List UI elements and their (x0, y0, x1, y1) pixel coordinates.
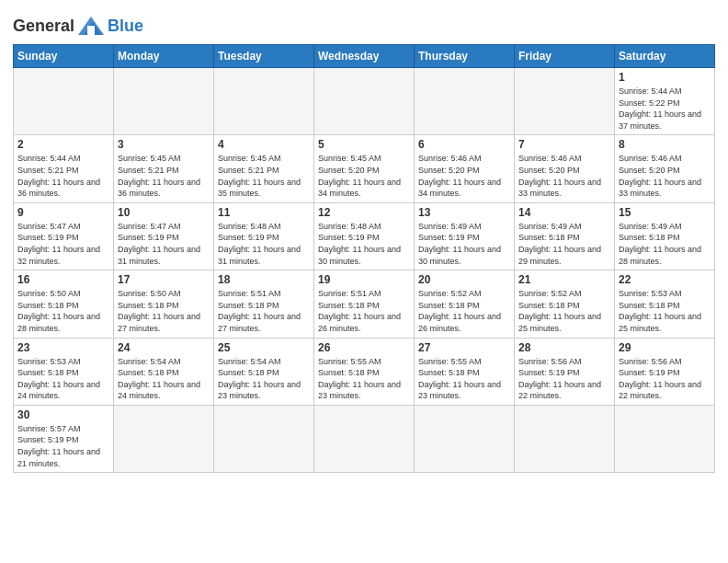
cell-sunset: Sunset: 5:21 PM (218, 166, 279, 175)
cell-date-number: 27 (418, 341, 510, 354)
calendar-cell: 21Sunrise: 5:52 AMSunset: 5:18 PMDayligh… (515, 270, 615, 338)
calendar-week-row: 1Sunrise: 5:44 AMSunset: 5:22 PMDaylight… (14, 68, 715, 135)
calendar-cell (214, 68, 314, 135)
cell-daylight: Daylight: 11 hours and 30 minutes. (418, 245, 501, 266)
cell-daylight: Daylight: 11 hours and 28 minutes. (619, 245, 701, 266)
cell-sun-info: Sunrise: 5:45 AMSunset: 5:20 PMDaylight:… (318, 153, 410, 199)
calendar-cell (114, 405, 214, 472)
cell-sunrise: Sunrise: 5:49 AM (518, 222, 582, 231)
calendar-cell: 1Sunrise: 5:44 AMSunset: 5:22 PMDaylight… (615, 68, 715, 135)
calendar-cell: 22Sunrise: 5:53 AMSunset: 5:18 PMDayligh… (615, 270, 715, 338)
cell-date-number: 2 (17, 138, 109, 151)
cell-sun-info: Sunrise: 5:56 AMSunset: 5:19 PMDaylight:… (619, 356, 711, 402)
cell-sunset: Sunset: 5:18 PM (518, 233, 580, 242)
cell-sunrise: Sunrise: 5:45 AM (218, 154, 281, 163)
cell-sunset: Sunset: 5:18 PM (619, 301, 680, 310)
cell-sun-info: Sunrise: 5:48 AMSunset: 5:19 PMDaylight:… (218, 221, 310, 267)
cell-sunset: Sunset: 5:18 PM (17, 368, 79, 377)
cell-sunset: Sunset: 5:20 PM (318, 166, 380, 175)
cell-daylight: Daylight: 11 hours and 22 minutes. (619, 380, 701, 401)
calendar-cell (515, 405, 615, 472)
cell-sun-info: Sunrise: 5:47 AMSunset: 5:19 PMDaylight:… (118, 221, 210, 267)
calendar-cell: 4Sunrise: 5:45 AMSunset: 5:21 PMDaylight… (214, 135, 314, 202)
calendar-cell: 18Sunrise: 5:51 AMSunset: 5:18 PMDayligh… (214, 270, 314, 338)
calendar-cell (415, 405, 515, 472)
cell-sunset: Sunset: 5:18 PM (318, 368, 380, 377)
cell-date-number: 14 (518, 206, 610, 219)
calendar-cell (415, 68, 515, 135)
header-sunday: Sunday (14, 45, 114, 68)
calendar-cell (314, 68, 415, 135)
cell-sunrise: Sunrise: 5:57 AM (17, 424, 81, 433)
cell-sunrise: Sunrise: 5:56 AM (518, 357, 582, 366)
cell-sunrise: Sunrise: 5:50 AM (17, 289, 81, 298)
cell-sunset: Sunset: 5:19 PM (218, 233, 279, 242)
cell-date-number: 19 (318, 273, 410, 286)
cell-sunrise: Sunrise: 5:50 AM (118, 289, 181, 298)
calendar-cell: 6Sunrise: 5:46 AMSunset: 5:20 PMDaylight… (415, 135, 515, 202)
logo-general: General (13, 17, 74, 35)
cell-sunset: Sunset: 5:18 PM (619, 233, 680, 242)
cell-sunset: Sunset: 5:18 PM (418, 368, 480, 377)
calendar-cell (214, 405, 314, 472)
cell-sunset: Sunset: 5:18 PM (518, 301, 580, 310)
cell-date-number: 12 (318, 206, 410, 219)
cell-sun-info: Sunrise: 5:56 AMSunset: 5:19 PMDaylight:… (518, 356, 610, 402)
calendar-cell (314, 405, 415, 472)
cell-date-number: 22 (619, 273, 711, 286)
calendar-cell (515, 68, 615, 135)
cell-daylight: Daylight: 11 hours and 30 minutes. (318, 245, 401, 266)
cell-daylight: Daylight: 11 hours and 27 minutes. (218, 312, 301, 333)
cell-daylight: Daylight: 11 hours and 23 minutes. (418, 380, 501, 401)
calendar-week-row: 23Sunrise: 5:53 AMSunset: 5:18 PMDayligh… (14, 338, 715, 405)
cell-date-number: 28 (518, 341, 610, 354)
cell-sun-info: Sunrise: 5:51 AMSunset: 5:18 PMDaylight:… (318, 288, 410, 334)
cell-sunset: Sunset: 5:19 PM (17, 435, 79, 444)
calendar-cell: 30Sunrise: 5:57 AMSunset: 5:19 PMDayligh… (14, 405, 114, 472)
cell-sun-info: Sunrise: 5:45 AMSunset: 5:21 PMDaylight:… (218, 153, 310, 199)
cell-sunset: Sunset: 5:20 PM (418, 166, 480, 175)
cell-sunset: Sunset: 5:18 PM (118, 301, 179, 310)
cell-daylight: Daylight: 11 hours and 31 minutes. (118, 245, 200, 266)
cell-sunset: Sunset: 5:18 PM (418, 301, 480, 310)
cell-sun-info: Sunrise: 5:49 AMSunset: 5:19 PMDaylight:… (418, 221, 510, 267)
cell-sunrise: Sunrise: 5:48 AM (318, 222, 381, 231)
cell-sunrise: Sunrise: 5:54 AM (218, 357, 281, 366)
cell-date-number: 21 (518, 273, 610, 286)
calendar-cell: 23Sunrise: 5:53 AMSunset: 5:18 PMDayligh… (14, 338, 114, 405)
cell-sun-info: Sunrise: 5:54 AMSunset: 5:18 PMDaylight:… (218, 356, 310, 402)
cell-sun-info: Sunrise: 5:53 AMSunset: 5:18 PMDaylight:… (17, 356, 109, 402)
calendar-cell: 19Sunrise: 5:51 AMSunset: 5:18 PMDayligh… (314, 270, 415, 338)
cell-sunrise: Sunrise: 5:44 AM (619, 86, 682, 96)
cell-daylight: Daylight: 11 hours and 36 minutes. (118, 178, 200, 199)
cell-daylight: Daylight: 11 hours and 34 minutes. (418, 178, 501, 199)
cell-sunrise: Sunrise: 5:56 AM (619, 357, 682, 366)
calendar-cell: 10Sunrise: 5:47 AMSunset: 5:19 PMDayligh… (114, 202, 214, 270)
cell-sunset: Sunset: 5:21 PM (17, 166, 79, 175)
calendar-cell: 15Sunrise: 5:49 AMSunset: 5:18 PMDayligh… (615, 202, 715, 270)
calendar-cell: 20Sunrise: 5:52 AMSunset: 5:18 PMDayligh… (415, 270, 515, 338)
calendar-cell: 5Sunrise: 5:45 AMSunset: 5:20 PMDaylight… (314, 135, 415, 202)
calendar-cell: 9Sunrise: 5:47 AMSunset: 5:19 PMDaylight… (14, 202, 114, 270)
cell-date-number: 18 (218, 273, 310, 286)
calendar-cell: 11Sunrise: 5:48 AMSunset: 5:19 PMDayligh… (214, 202, 314, 270)
cell-sun-info: Sunrise: 5:45 AMSunset: 5:21 PMDaylight:… (118, 153, 210, 199)
cell-sunset: Sunset: 5:19 PM (418, 233, 480, 242)
header-saturday: Saturday (615, 45, 715, 68)
cell-sunset: Sunset: 5:18 PM (17, 301, 79, 310)
cell-sunset: Sunset: 5:19 PM (17, 233, 79, 242)
header-wednesday: Wednesday (314, 45, 415, 68)
cell-sun-info: Sunrise: 5:53 AMSunset: 5:18 PMDaylight:… (619, 288, 711, 334)
cell-sun-info: Sunrise: 5:54 AMSunset: 5:18 PMDaylight:… (118, 356, 210, 402)
cell-date-number: 29 (619, 341, 711, 354)
logo-text: General (13, 17, 74, 34)
cell-sunrise: Sunrise: 5:46 AM (518, 154, 582, 163)
cell-sunrise: Sunrise: 5:55 AM (418, 357, 482, 366)
cell-daylight: Daylight: 11 hours and 24 minutes. (17, 380, 100, 401)
calendar-week-row: 2Sunrise: 5:44 AMSunset: 5:21 PMDaylight… (14, 135, 715, 202)
calendar-cell: 8Sunrise: 5:46 AMSunset: 5:20 PMDaylight… (615, 135, 715, 202)
cell-daylight: Daylight: 11 hours and 27 minutes. (118, 312, 200, 333)
calendar-cell: 17Sunrise: 5:50 AMSunset: 5:18 PMDayligh… (114, 270, 214, 338)
calendar-cell: 12Sunrise: 5:48 AMSunset: 5:19 PMDayligh… (314, 202, 415, 270)
cell-date-number: 17 (118, 273, 210, 286)
